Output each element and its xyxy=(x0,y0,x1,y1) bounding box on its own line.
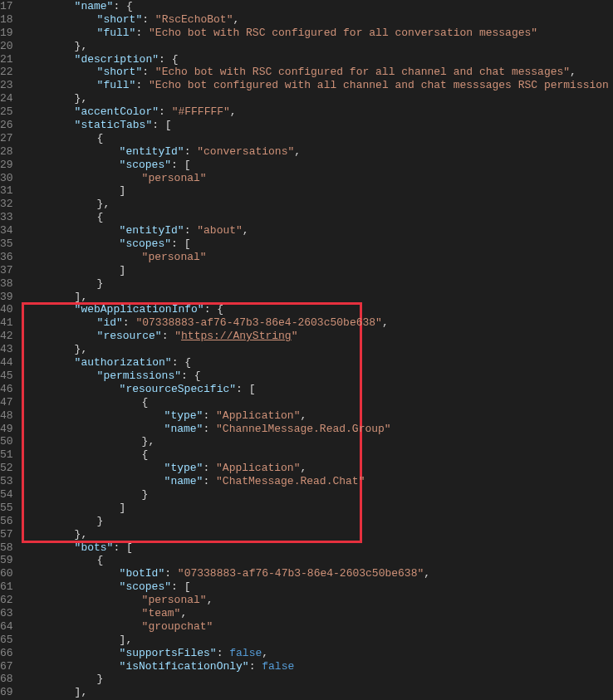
line-number: 61 xyxy=(0,580,13,594)
line-number: 54 xyxy=(0,488,13,502)
code-line[interactable]: } xyxy=(30,673,613,686)
code-line[interactable]: ] xyxy=(30,502,613,515)
code-line[interactable]: "name": "ChatMessage.Read.Chat" xyxy=(30,475,613,488)
token-p: { xyxy=(97,132,104,144)
code-line[interactable]: "authorization": { xyxy=(30,356,613,370)
code-line[interactable]: ] xyxy=(30,184,613,198)
code-line[interactable]: "accentColor": "#FFFFFF", xyxy=(30,105,613,119)
token-k: "scopes" xyxy=(120,159,171,171)
token-p: : xyxy=(162,330,175,342)
code-line[interactable]: "short": "RscEchoBot", xyxy=(30,13,613,27)
code-line[interactable]: "full": "Echo bot with RSC configured fo… xyxy=(30,27,613,40)
code-line[interactable]: "scopes": [ xyxy=(30,580,613,594)
line-number: 33 xyxy=(0,211,13,224)
token-p: : xyxy=(184,145,198,158)
code-line[interactable]: "isNotificationOnly": false xyxy=(30,660,613,673)
token-p: , xyxy=(207,594,213,606)
code-line[interactable]: { xyxy=(30,396,613,409)
code-line[interactable]: "supportsFiles": false, xyxy=(30,647,613,660)
token-p: }, xyxy=(142,435,155,448)
code-line[interactable]: "botId": "07338883-af76-47b3-86e4-2603c5… xyxy=(30,567,613,580)
code-line[interactable]: "team", xyxy=(30,607,613,620)
code-line[interactable]: "name": { xyxy=(30,0,613,13)
token-p: , xyxy=(382,316,389,329)
code-line[interactable]: } xyxy=(30,515,613,528)
code-editor[interactable]: 1718192021222324252627282930313233343536… xyxy=(0,0,613,700)
code-line[interactable]: }, xyxy=(30,198,613,211)
line-number: 28 xyxy=(0,145,13,159)
line-number: 50 xyxy=(0,435,13,448)
token-p: ], xyxy=(75,686,88,698)
code-line[interactable]: "entityId": "about", xyxy=(30,224,613,237)
code-line[interactable]: }, xyxy=(30,528,613,541)
line-number: 18 xyxy=(0,13,13,27)
code-line[interactable]: "groupchat" xyxy=(30,620,613,634)
code-line[interactable]: "type": "Application", xyxy=(30,409,613,423)
code-line[interactable]: "type": "Application", xyxy=(30,462,613,475)
code-line[interactable]: { xyxy=(30,554,613,567)
code-line[interactable]: { xyxy=(30,448,613,462)
code-line[interactable]: "personal", xyxy=(30,594,613,607)
token-p: } xyxy=(97,515,104,527)
code-line[interactable]: "personal" xyxy=(30,172,613,185)
code-line[interactable]: }, xyxy=(30,40,613,53)
token-p: }, xyxy=(75,343,88,355)
token-p: : xyxy=(123,316,136,329)
token-s: "ChannelMessage.Read.Group" xyxy=(216,423,391,435)
line-number: 45 xyxy=(0,370,13,383)
code-line[interactable]: "scopes": [ xyxy=(30,159,613,172)
code-line[interactable]: { xyxy=(30,211,613,224)
code-line[interactable]: }, xyxy=(30,92,613,105)
code-line[interactable]: ] xyxy=(30,264,613,277)
code-line[interactable]: ], xyxy=(30,291,613,304)
code-line[interactable]: "name": "ChannelMessage.Read.Group" xyxy=(30,423,613,436)
token-p: , xyxy=(230,105,237,118)
code-line[interactable]: } xyxy=(30,488,613,502)
code-line[interactable]: ], xyxy=(30,634,613,647)
line-number: 27 xyxy=(0,132,13,145)
token-p: : xyxy=(203,475,216,487)
line-number: 66 xyxy=(0,647,13,660)
code-line[interactable]: "description": { xyxy=(30,53,613,66)
token-p: : [ xyxy=(171,159,190,171)
token-b: false xyxy=(262,660,294,673)
token-p: { xyxy=(97,554,104,566)
code-line[interactable]: "id": "07338883-af76-47b3-86e4-2603c50be… xyxy=(30,316,613,330)
line-number: 69 xyxy=(0,686,13,699)
line-number: 62 xyxy=(0,594,13,607)
code-line[interactable]: "personal" xyxy=(30,251,613,264)
token-s: "ChatMessage.Read.Chat" xyxy=(216,475,365,487)
code-line[interactable]: "staticTabs": [ xyxy=(30,119,613,132)
line-number: 31 xyxy=(0,184,13,198)
code-line[interactable]: "webApplicationInfo": { xyxy=(30,303,613,316)
token-p: : { xyxy=(204,303,223,316)
code-line[interactable]: { xyxy=(30,132,613,145)
token-p: }, xyxy=(75,92,88,105)
token-p: : { xyxy=(172,356,191,369)
token-p: , xyxy=(424,567,430,580)
code-line[interactable]: "permissions": { xyxy=(30,370,613,383)
token-p: : xyxy=(135,27,149,39)
token-s: "about" xyxy=(197,224,243,237)
token-s: "#FFFFFF" xyxy=(172,105,230,118)
code-line[interactable]: "entityId": "conversations", xyxy=(30,145,613,159)
code-line[interactable]: "scopes": [ xyxy=(30,237,613,251)
token-p: ], xyxy=(75,291,88,303)
code-line[interactable]: "resourceSpecific": [ xyxy=(30,383,613,396)
code-line[interactable]: } xyxy=(30,277,613,291)
line-number: 55 xyxy=(0,502,13,515)
token-p: : [ xyxy=(171,237,190,250)
token-p: , xyxy=(243,224,249,237)
token-p: , xyxy=(262,647,268,659)
code-line[interactable]: "full": "Echo bot configured with all ch… xyxy=(30,79,613,92)
line-number: 58 xyxy=(0,541,13,555)
token-k: "botId" xyxy=(120,567,165,580)
code-line[interactable]: ], xyxy=(30,686,613,699)
code-area[interactable]: "name": {"short": "RscEchoBot","full": "… xyxy=(22,0,613,700)
code-line[interactable]: "resource": "https://AnyString" xyxy=(30,330,613,343)
code-line[interactable]: "bots": [ xyxy=(30,541,613,555)
code-line[interactable]: }, xyxy=(30,435,613,448)
code-line[interactable]: }, xyxy=(30,343,613,356)
token-p: ] xyxy=(120,264,126,277)
code-line[interactable]: "short": "Echo bot with RSC configured f… xyxy=(30,66,613,79)
